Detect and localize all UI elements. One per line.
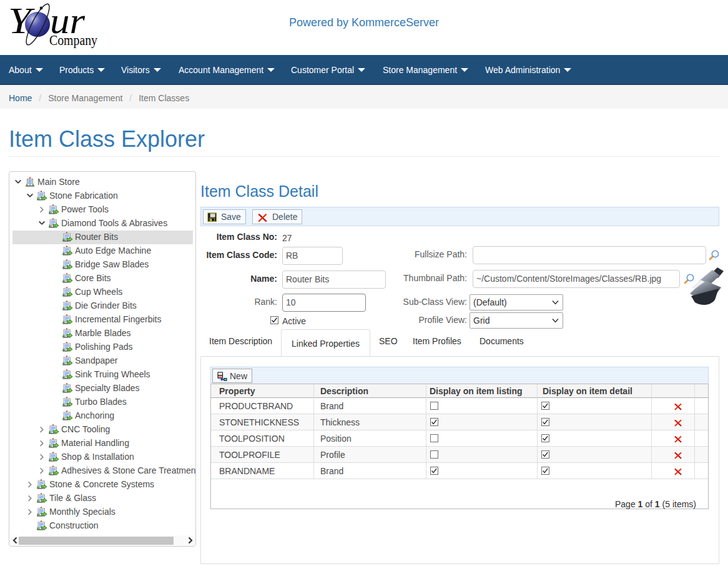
svg-text:Company: Company <box>49 32 97 48</box>
